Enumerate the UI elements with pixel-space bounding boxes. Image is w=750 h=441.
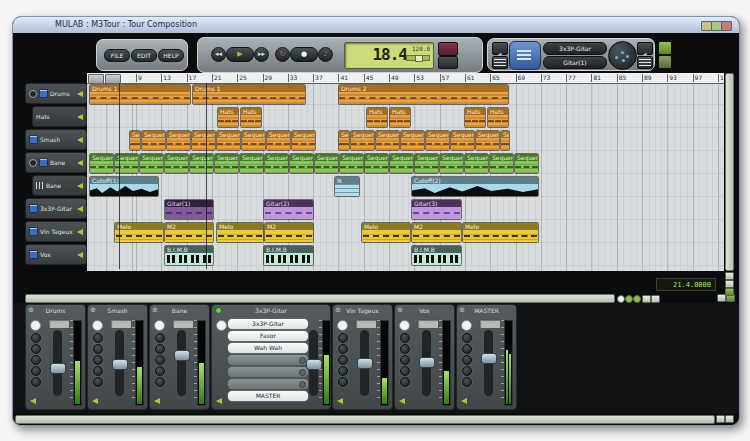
clip-sequen[interactable]: Sequen <box>139 153 164 174</box>
ruler-button-1[interactable] <box>88 74 104 84</box>
insert-slot-empty[interactable] <box>227 378 309 390</box>
help-button[interactable]: HELP <box>158 49 184 62</box>
send-knob[interactable] <box>93 377 103 387</box>
clip-cutoff-2-[interactable]: Cutoff(2) <box>411 176 539 197</box>
send-knob[interactable] <box>155 344 165 354</box>
send-knob[interactable] <box>338 355 348 365</box>
track-row-smash[interactable]: Smash <box>25 129 87 150</box>
clip-sequen[interactable]: Sequen <box>489 153 514 174</box>
random-knob-icon[interactable] <box>608 41 637 70</box>
metronome-button[interactable]: ♪ <box>318 47 333 62</box>
clip-sequen[interactable]: Sequen <box>464 153 489 174</box>
track-row-3x3p-gitar[interactable]: 3x3P-Gitar <box>25 198 87 219</box>
clip-sequen[interactable]: Sequen <box>166 130 191 151</box>
clip-sequen[interactable]: Sequen <box>129 130 141 151</box>
track-row-vin-tageux[interactable]: Vin Tageux <box>25 221 87 242</box>
clip-sequen[interactable]: Sequen <box>339 153 364 174</box>
clip-sequen[interactable]: Sequen <box>216 130 241 151</box>
fader-cap[interactable] <box>174 350 190 361</box>
clip-hats[interactable]: Hats <box>217 107 239 128</box>
channel-select-button[interactable] <box>154 320 165 331</box>
fader-cap[interactable] <box>481 353 497 364</box>
clip-sequen[interactable]: Sequen <box>239 153 264 174</box>
clip-sequen[interactable]: Sequen <box>375 130 400 151</box>
patch-out-arrow-icon-2[interactable]: ↱ <box>637 42 653 55</box>
patch-menu-icon[interactable] <box>492 56 508 69</box>
clip-drums-2[interactable]: Drums 2 <box>338 84 509 105</box>
clip-hats[interactable]: Hats <box>366 107 388 128</box>
send-knob[interactable] <box>400 344 410 354</box>
send-knob[interactable] <box>31 355 41 365</box>
module-name-field[interactable]: Gitar(1) <box>543 56 607 69</box>
clip-sequen[interactable]: Sequen <box>364 153 389 174</box>
insert-slot-fasor[interactable]: Fasor <box>227 330 309 342</box>
clip-drums-1[interactable]: Drums 1 <box>89 84 191 105</box>
speaker-icon[interactable] <box>77 160 83 166</box>
clip-sequen[interactable]: Sequen <box>450 130 475 151</box>
timeline-ruler[interactable]: 9131721252933374145495357616569737781858… <box>87 73 724 84</box>
patch-menu-icon-2[interactable] <box>637 56 653 69</box>
speaker-icon[interactable] <box>399 398 405 404</box>
send-knob[interactable] <box>31 366 41 376</box>
bottom-scrollbar[interactable] <box>15 415 715 424</box>
rewind-button[interactable]: ◂◂ <box>211 47 226 62</box>
volume-fader[interactable] <box>115 330 124 396</box>
clip-sequen[interactable]: Sequen <box>266 130 291 151</box>
clip-gitar-2-[interactable]: Gitar(2) <box>263 199 314 220</box>
insert-slot-wah-wah[interactable]: Wah Wah <box>227 342 309 354</box>
clip-n[interactable]: N <box>334 176 360 197</box>
fader-cap[interactable] <box>419 357 435 368</box>
clip-melo[interactable]: Melo <box>361 222 411 243</box>
clip-hats[interactable]: Hats <box>464 107 486 128</box>
clip-sequen[interactable]: Sequen <box>264 153 289 174</box>
clip-sequen[interactable]: Sequen <box>189 153 214 174</box>
send-knob[interactable] <box>155 333 165 343</box>
clip-sequen[interactable]: Sequen <box>314 153 339 174</box>
send-knob[interactable] <box>338 333 348 343</box>
send-knob[interactable] <box>462 355 472 365</box>
play-button[interactable]: ▶ <box>226 47 254 62</box>
send-knob[interactable] <box>93 333 103 343</box>
clip-sequen[interactable]: Sequen <box>389 153 414 174</box>
track-row-bane[interactable]: Bane <box>32 175 87 196</box>
speaker-icon[interactable] <box>461 398 467 404</box>
patch-out-arrow-icon[interactable]: ↱ <box>492 42 508 55</box>
clip-sequen[interactable]: Sequen <box>241 130 266 151</box>
zoom-dot-button-1[interactable] <box>617 295 625 303</box>
send-knob[interactable] <box>155 355 165 365</box>
clip-melo[interactable]: Melo <box>114 222 164 243</box>
send-knob[interactable] <box>31 377 41 387</box>
speaker-icon[interactable] <box>77 252 83 258</box>
clip-sequen[interactable]: Sequen <box>164 153 189 174</box>
close-button[interactable] <box>721 21 732 31</box>
speaker-icon[interactable] <box>77 183 83 189</box>
track-row-vox[interactable]: Vox <box>25 244 87 265</box>
send-knob[interactable] <box>155 366 165 376</box>
clip-drums-1[interactable]: Drums 1 <box>192 84 306 105</box>
channel-select-button[interactable] <box>399 320 410 331</box>
insert-slot-master[interactable]: MASTER <box>227 390 309 402</box>
send-knob[interactable] <box>155 377 165 387</box>
panel-button-green[interactable] <box>658 41 672 55</box>
transport-extra-button-2[interactable] <box>438 56 458 69</box>
vertical-scrollbar[interactable] <box>725 73 734 271</box>
zoom-dot-button-2[interactable] <box>625 295 633 303</box>
send-knob[interactable] <box>400 355 410 365</box>
transport-extra-button-1[interactable] <box>438 42 458 56</box>
edit-button[interactable]: EDIT <box>131 49 157 62</box>
clip-sequen[interactable]: Sequen <box>338 130 350 151</box>
clip-cutoff-1-[interactable]: Cutoff(1) <box>89 176 159 197</box>
clip-sequen[interactable]: Sequen <box>114 153 139 174</box>
track-row-bane[interactable]: Bane <box>25 152 87 173</box>
clip-sequen[interactable]: Sequen <box>291 130 316 151</box>
clip-sequen[interactable]: Sequen <box>214 153 239 174</box>
mixer-strip-smash[interactable]: Smash⊕ <box>87 304 148 410</box>
mixer-strip-vox[interactable]: Vox⊕ <box>394 304 455 410</box>
volume-fader[interactable] <box>177 330 186 396</box>
file-button[interactable]: FILE <box>104 49 130 62</box>
module-list-icon[interactable] <box>509 41 541 70</box>
volume-fader[interactable] <box>309 330 318 396</box>
send-knob[interactable] <box>338 366 348 376</box>
speaker-icon[interactable] <box>337 398 343 404</box>
channel-select-button[interactable] <box>92 320 103 331</box>
